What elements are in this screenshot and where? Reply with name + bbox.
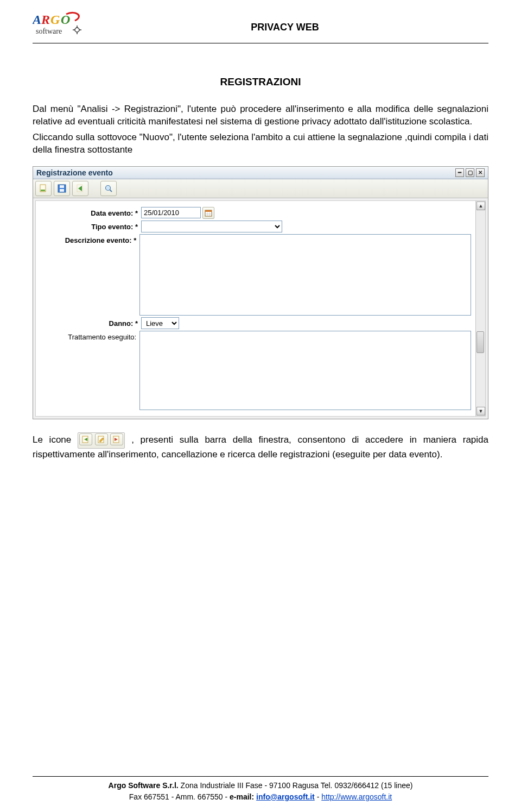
footer-email-link[interactable]: info@argosoft.it: [256, 792, 315, 801]
svg-text:A: A: [33, 12, 41, 27]
descrizione-evento-textarea[interactable]: [139, 234, 471, 316]
data-evento-input[interactable]: [141, 207, 201, 218]
new-button[interactable]: [35, 181, 52, 196]
calendar-button[interactable]: [202, 207, 214, 219]
inline-delete-icon: [110, 433, 123, 445]
footer-addr: Zona Industriale III Fase - 97100 Ragusa…: [179, 781, 413, 790]
calendar-icon: [205, 209, 212, 217]
svg-point-5: [75, 28, 79, 32]
arrow-right-doc-icon: [112, 435, 121, 444]
trattamento-textarea[interactable]: [139, 331, 471, 410]
search-button[interactable]: [100, 181, 117, 196]
svg-rect-19: [205, 210, 212, 212]
maximize-button[interactable]: ▢: [466, 168, 474, 177]
footer-sep: -: [315, 792, 321, 801]
window-toolbar: [33, 179, 488, 198]
minimize-button[interactable]: ━: [455, 168, 464, 177]
svg-line-17: [110, 190, 112, 192]
svg-rect-14: [60, 189, 64, 192]
svg-rect-11: [41, 190, 45, 191]
label-descrizione-evento: Descrizione evento: *: [38, 234, 139, 244]
footer-company: Argo Software S.r.l.: [109, 781, 179, 790]
close-button[interactable]: ✕: [476, 168, 485, 177]
save-button[interactable]: [54, 181, 70, 196]
form-area: ▲ ▼ Data evento: * Tipo evento: * Descri…: [35, 200, 486, 417]
tipo-evento-select[interactable]: [141, 221, 282, 232]
footer-text: Argo Software S.r.l. Zona Industriale II…: [33, 780, 488, 802]
scroll-thumb[interactable]: [476, 331, 484, 353]
footer-fax: Fax 667551 - Amm. 667550 -: [129, 792, 230, 801]
section-title: REGISTRAZIONI: [33, 76, 488, 88]
divider: [33, 43, 488, 43]
svg-text:O: O: [61, 12, 70, 27]
back-arrow-button[interactable]: [72, 181, 88, 196]
footer-divider: [33, 776, 488, 777]
floppy-icon: [57, 184, 67, 193]
inline-edit-icon: [95, 433, 108, 445]
magnifier-icon: [104, 184, 113, 193]
page-header-title: PRIVACY WEB: [81, 11, 488, 33]
paragraph-2: Cliccando sulla sottovoce "Nuovo", l'ute…: [33, 131, 488, 156]
paragraph-1: Dal menù "Analisi -> Registrazioni", l'u…: [33, 103, 488, 128]
window-titlebar: Registrazione evento ━ ▢ ✕: [33, 167, 488, 179]
file-icon: [39, 184, 48, 193]
arrow-left-icon: [75, 184, 85, 193]
pencil-doc-icon: [97, 435, 106, 444]
label-data-evento: Data evento: *: [38, 207, 141, 217]
svg-rect-13: [60, 185, 64, 188]
scroll-down-button[interactable]: ▼: [476, 407, 485, 416]
event-registration-window: Registrazione evento ━ ▢ ✕ ▲: [33, 166, 488, 419]
svg-text:G: G: [50, 12, 60, 27]
arrow-left-doc-icon: [81, 435, 90, 444]
label-danno: Danno: *: [38, 317, 141, 328]
label-tipo-evento: Tipo evento: *: [38, 221, 141, 231]
window-title: Registrazione evento: [36, 168, 113, 177]
inline-insert-icon: [79, 433, 92, 445]
label-trattamento: Trattamento eseguito:: [38, 331, 139, 341]
inline-icon-group: [78, 432, 125, 449]
svg-text:software: software: [36, 27, 62, 35]
scroll-up-button[interactable]: ▲: [476, 202, 485, 210]
vertical-scrollbar[interactable]: ▲ ▼: [475, 201, 485, 416]
paragraph-3: Le icone , presenti sulla barra della fi…: [33, 432, 488, 461]
para3-lead: Le icone: [33, 435, 78, 445]
svg-text:R: R: [41, 12, 50, 27]
footer-url-link[interactable]: http://www.argosoft.it: [321, 792, 392, 801]
footer-email-label: e-mail:: [230, 792, 256, 801]
danno-select[interactable]: Lieve: [141, 317, 179, 329]
logo: A R G O software: [33, 11, 81, 41]
